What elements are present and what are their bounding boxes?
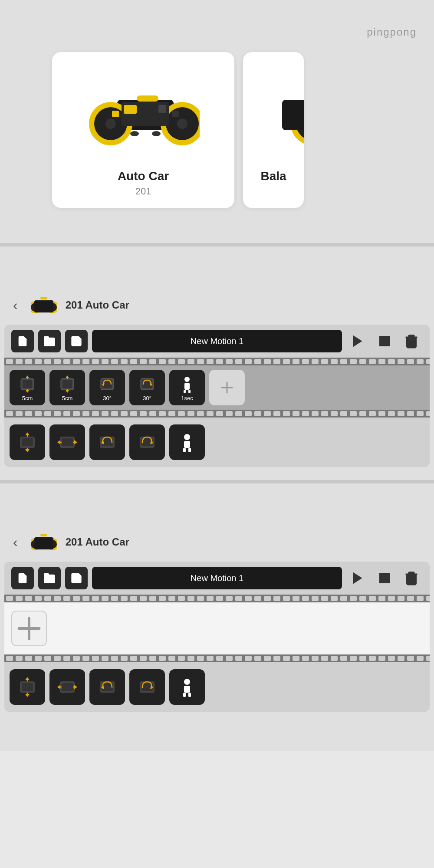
hole [130,656,137,661]
action-rotate-oleft-3[interactable] [89,669,125,705]
hole [168,359,175,364]
svg-marker-34 [26,390,29,393]
hole [35,359,42,364]
hole [273,359,280,364]
delete-button-2[interactable] [400,330,423,352]
hole [149,359,156,364]
svg-point-71 [184,434,190,440]
svg-rect-108 [188,693,191,697]
delete-button-3[interactable] [400,567,423,589]
svg-rect-8 [124,105,137,114]
hole [340,359,347,364]
action-rotate-oright-2[interactable] [129,424,165,460]
action-rotate-oright-3[interactable] [129,669,165,705]
hole [44,411,51,416]
frame-rotate-right[interactable]: 30° [129,370,165,405]
hole [312,359,319,364]
action-move-updown-3[interactable] [10,669,45,705]
hole [264,411,271,416]
hole [54,656,61,661]
action-move-lr-2[interactable] [49,424,85,460]
action-person-2[interactable] [169,424,205,460]
autocar-svg [87,69,200,156]
hole [178,596,185,601]
hole [407,596,414,601]
hole [340,411,347,416]
hole [168,656,175,661]
hole [207,359,214,364]
hole [73,596,80,601]
new-button-2[interactable] [11,330,34,352]
hole [16,411,23,416]
new-icon-3 [16,572,29,584]
hole [312,596,319,601]
add-frame-button-2[interactable] [209,370,245,405]
frame-wait[interactable]: 1sec [169,370,205,405]
hole [54,596,61,601]
frame-move-backward[interactable]: 5cm [49,370,85,405]
play-button-3[interactable] [346,567,369,589]
open-button-2[interactable] [38,330,61,352]
hole [264,656,271,661]
save-icon-2 [70,335,82,347]
hole [130,596,137,601]
robot-thumb-svg-3 [31,531,57,553]
play-button-2[interactable] [346,330,369,352]
save-button-3[interactable] [65,567,88,589]
filmstrip-empty-content-3 [4,602,430,654]
svg-marker-92 [25,694,30,697]
stop-icon-2 [377,333,392,349]
stop-button-3[interactable] [373,567,396,589]
hole [283,596,290,601]
rotate-oright-icon-3 [136,676,158,698]
action-rotate-oleft-2[interactable] [89,424,125,460]
svg-rect-107 [183,693,186,697]
svg-marker-38 [66,375,69,378]
hole [350,359,357,364]
add-frame-button-3[interactable] [11,611,47,646]
filmstrip-content-2: 5cm 5cm [4,365,430,410]
filmstrip-holes-top-2 [4,358,430,365]
robot-card-name-autocar: Auto Car [118,169,169,183]
action-move-lr-3[interactable] [49,669,85,705]
motion-name-bar-3[interactable]: New Motion 1 [92,567,342,589]
frame-rotate-left[interactable]: 30° [89,370,125,405]
hole [82,596,89,601]
hole [226,596,233,601]
hole [359,596,366,601]
motion-name-bar-2[interactable]: New Motion 1 [92,330,342,352]
robot-card-bala[interactable]: Bala [243,52,304,208]
stop-button-2[interactable] [373,330,396,352]
action-move-updown-2[interactable] [10,424,45,460]
back-button-3[interactable]: ‹ [9,532,22,552]
svg-marker-58 [25,449,30,452]
brand-logo: pingpong [367,26,417,38]
hole [369,656,376,661]
frame-move-forward[interactable]: 5cm [10,370,45,405]
hole [35,656,42,661]
hole [331,596,338,601]
hole [6,596,13,601]
back-button-2[interactable]: ‹ [9,295,22,316]
hole [149,411,156,416]
svg-marker-64 [74,440,77,444]
frame-label-1: 5cm [22,395,33,401]
hole [245,596,252,601]
hole [102,656,108,661]
robot-card-autocar[interactable]: Auto Car 201 [52,52,234,208]
new-button-3[interactable] [11,567,34,589]
robot-image-autocar [82,65,204,161]
hole [159,411,166,416]
svg-rect-80 [40,534,47,536]
hole [111,359,118,364]
save-button-2[interactable] [65,330,88,352]
hole [226,656,233,661]
hole [302,656,309,661]
hole [283,411,290,416]
svg-rect-9 [158,105,166,113]
hole [197,656,204,661]
hole [245,411,252,416]
hole [159,359,166,364]
action-person-3[interactable] [169,669,205,705]
open-button-3[interactable] [38,567,61,589]
